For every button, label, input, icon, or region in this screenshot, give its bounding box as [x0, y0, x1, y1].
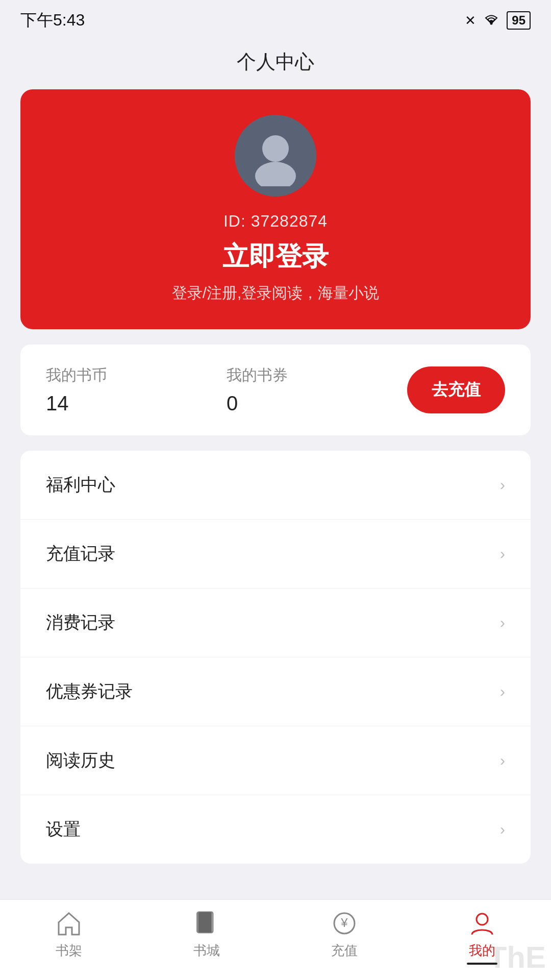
recharge-button[interactable]: 去充值	[407, 366, 505, 413]
nav-indicator	[191, 963, 222, 965]
nav-label-书城: 书城	[193, 942, 220, 960]
page-title: 个人中心	[0, 37, 551, 89]
menu-item-label: 优惠券记录	[46, 680, 133, 703]
chevron-right-icon: ›	[500, 545, 505, 562]
status-time: 下午5:43	[20, 9, 85, 32]
svg-point-1	[262, 135, 289, 162]
nav-item-充值[interactable]: ¥ 充值	[276, 900, 413, 970]
wallet-card: 我的书币 14 我的书券 0 去充值	[20, 345, 531, 435]
status-bar: 下午5:43 ✕ 95	[0, 0, 551, 37]
svg-point-0	[490, 22, 493, 24]
nav-active-indicator	[467, 963, 497, 965]
voucher-label: 我的书券	[227, 365, 407, 386]
voucher-value: 0	[227, 392, 407, 415]
mine-icon	[468, 909, 496, 938]
menu-item[interactable]: 消费记录 ›	[20, 589, 531, 657]
signal-icon: ✕	[465, 13, 476, 29]
home-icon	[55, 909, 83, 938]
menu-item-label: 消费记录	[46, 611, 115, 634]
profile-card[interactable]: ID: 37282874 立即登录 登录/注册,登录阅读，海量小说	[20, 89, 531, 329]
bottom-nav: 书架 书城 ¥ 充值 我的	[0, 899, 551, 980]
nav-item-我的[interactable]: 我的	[413, 900, 551, 970]
menu-item[interactable]: 优惠券记录 ›	[20, 657, 531, 726]
nav-item-书城[interactable]: 书城	[138, 900, 276, 970]
status-icons: ✕ 95	[465, 11, 531, 30]
battery-icon: 95	[507, 11, 531, 30]
menu-item-label: 设置	[46, 818, 81, 841]
menu-item-label: 阅读历史	[46, 749, 115, 772]
login-subtitle: 登录/注册,登录阅读，海量小说	[172, 283, 380, 304]
nav-label-充值: 充值	[331, 942, 358, 960]
chevron-right-icon: ›	[500, 821, 505, 838]
chevron-right-icon: ›	[500, 614, 505, 631]
nav-label-我的: 我的	[469, 942, 495, 960]
book-icon	[192, 909, 221, 938]
nav-label-书架: 书架	[56, 942, 82, 960]
nav-indicator	[54, 963, 84, 965]
chevron-right-icon: ›	[500, 752, 505, 769]
svg-text:¥: ¥	[340, 916, 348, 929]
voucher-item: 我的书券 0	[227, 365, 407, 415]
menu-item[interactable]: 福利中心 ›	[20, 451, 531, 520]
nav-item-书架[interactable]: 书架	[0, 900, 138, 970]
coin-label: 我的书币	[46, 365, 227, 386]
nav-indicator	[329, 963, 360, 965]
coin-item: 我的书币 14	[46, 365, 227, 415]
avatar	[235, 115, 316, 197]
menu-item[interactable]: 设置 ›	[20, 795, 531, 864]
svg-rect-5	[198, 912, 212, 933]
menu-item[interactable]: 阅读历史 ›	[20, 726, 531, 795]
topup-icon: ¥	[330, 909, 359, 938]
menu-item-label: 充值记录	[46, 542, 115, 566]
user-id: ID: 37282874	[223, 212, 328, 231]
chevron-right-icon: ›	[500, 683, 505, 700]
login-title[interactable]: 立即登录	[222, 239, 329, 275]
chevron-right-icon: ›	[500, 476, 505, 494]
menu-list: 福利中心 › 充值记录 › 消费记录 › 优惠券记录 › 阅读历史 › 设置 ›	[20, 451, 531, 864]
svg-point-8	[477, 914, 488, 925]
coin-value: 14	[46, 392, 227, 415]
menu-item-label: 福利中心	[46, 473, 115, 497]
svg-point-2	[255, 162, 296, 186]
wifi-icon	[482, 12, 500, 29]
menu-item[interactable]: 充值记录 ›	[20, 520, 531, 589]
